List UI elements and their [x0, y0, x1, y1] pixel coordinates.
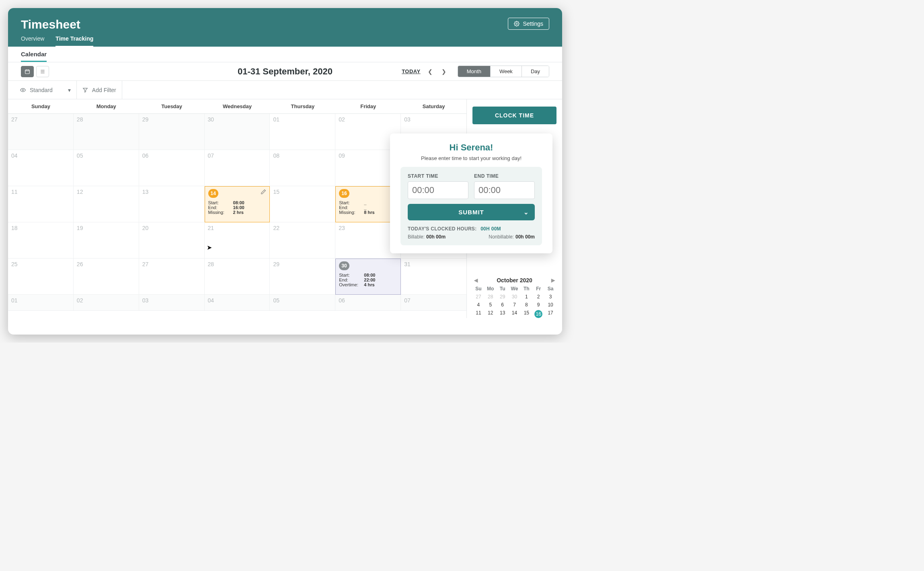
calendar-cell[interactable]: 25 [8, 259, 74, 295]
mini-day[interactable]: 5 [489, 302, 492, 308]
mini-day[interactable]: 13 [500, 310, 505, 316]
mini-day[interactable]: 8 [525, 302, 528, 308]
mini-day[interactable]: 6 [501, 302, 504, 308]
period-day-button[interactable]: Day [522, 66, 549, 77]
calendar-cell[interactable]: 06 [335, 295, 401, 311]
calendar-weekday-header: SundayMondayTuesdayWednesdayThursdayFrid… [8, 99, 466, 114]
end-time-input[interactable] [474, 181, 535, 199]
time-entry: Start:08:00End:16:00Missing:2 hrs [208, 200, 267, 215]
calendar-cell[interactable]: 30Start:08:00End:22:00Overtime:4 hrs [335, 259, 401, 295]
hours-breakdown: Billable:00h 00m Nonbillable:00h 00m [408, 234, 535, 240]
calendar-cell[interactable]: 01 [270, 114, 335, 150]
clock-time-button[interactable]: CLOCK TIME [472, 107, 556, 124]
mini-day[interactable]: 11 [476, 310, 481, 316]
calendar-cell[interactable]: 01 [8, 295, 74, 311]
mini-day[interactable]: 30 [512, 294, 517, 300]
mini-day[interactable]: 7 [513, 302, 516, 308]
add-filter-button[interactable]: Add Filter [77, 81, 122, 99]
calendar-cell[interactable]: 02 [74, 295, 139, 311]
calendar-cell[interactable]: 13 [139, 186, 205, 222]
calendar-cell[interactable]: 27 [139, 259, 205, 295]
mini-day[interactable]: 16 [534, 310, 542, 318]
day-number: 01 [273, 116, 279, 123]
prev-period-button[interactable]: ❮ [426, 67, 434, 76]
calendar-cell[interactable]: 18 [8, 222, 74, 259]
calendar-cell[interactable]: 08 [270, 150, 335, 186]
mini-day[interactable]: 28 [488, 294, 493, 300]
calendar-cell[interactable]: 05 [74, 150, 139, 186]
calendar-cell[interactable]: 29 [139, 114, 205, 150]
calendar-cell[interactable]: 28 [205, 259, 270, 295]
mini-day[interactable]: 1 [525, 294, 528, 300]
calendar-cell[interactable]: 11 [8, 186, 74, 222]
calendar-cell[interactable]: 07 [205, 150, 270, 186]
submit-time-button[interactable]: SUBMIT ⌄ [408, 204, 535, 220]
settings-button[interactable]: Settings [508, 18, 549, 30]
day-number: 05 [273, 297, 279, 304]
mini-day[interactable]: 3 [549, 294, 552, 300]
period-month-button[interactable]: Month [458, 66, 491, 77]
day-number: 11 [11, 189, 18, 195]
calendar-cell[interactable]: 28 [74, 114, 139, 150]
calendar-cell[interactable]: 21 [205, 222, 270, 259]
calendar-cell[interactable]: 04 [8, 150, 74, 186]
time-entry-card: START TIME END TIME SUBMIT ⌄ TODAY'S CLO… [400, 167, 542, 245]
start-time-input[interactable] [408, 181, 468, 199]
calendar-cell[interactable]: 20 [139, 222, 205, 259]
calendar-cell[interactable]: 30 [205, 114, 270, 150]
next-period-button[interactable]: ❯ [440, 67, 448, 76]
calendar-cell[interactable]: 03 [139, 295, 205, 311]
view-calendar-button[interactable] [21, 66, 34, 77]
date-range-label: 01-31 September, 2020 [238, 66, 333, 77]
mini-day[interactable]: 14 [512, 310, 517, 316]
weekday-label: Sunday [8, 99, 74, 113]
popover-greeting: Hi Serena! [400, 142, 542, 153]
mini-day[interactable]: 15 [524, 310, 529, 316]
mini-cal-prev[interactable]: ◀ [474, 277, 478, 283]
today-link[interactable]: TODAY [402, 68, 421, 74]
day-number: 27 [11, 116, 18, 123]
calendar-cell[interactable]: 04 [205, 295, 270, 311]
mini-cal-next[interactable]: ▶ [551, 277, 555, 283]
day-number: 29 [273, 261, 279, 267]
period-toggle: Month Week Day [458, 66, 549, 77]
mini-day[interactable]: 29 [500, 294, 505, 300]
day-number: 27 [142, 261, 149, 267]
day-number: 20 [142, 225, 149, 231]
mini-day[interactable]: 12 [488, 310, 493, 316]
calendar-cell[interactable]: 19 [74, 222, 139, 259]
edit-entry-icon[interactable] [261, 189, 266, 196]
mini-day[interactable]: 27 [476, 294, 481, 300]
mini-day[interactable]: 4 [477, 302, 480, 308]
svg-marker-9 [83, 88, 88, 92]
calendar-cell[interactable]: 26 [74, 259, 139, 295]
calendar-cell[interactable]: 07 [401, 295, 466, 311]
calendar-cell[interactable]: 22 [270, 222, 335, 259]
weekday-label: Wednesday [205, 99, 270, 113]
period-week-button[interactable]: Week [491, 66, 522, 77]
view-list-button[interactable] [36, 66, 49, 77]
weekday-label: Saturday [401, 99, 466, 113]
calendar-cell[interactable]: 15 [270, 186, 335, 222]
tab-overview[interactable]: Overview [21, 35, 44, 47]
mini-day[interactable]: 2 [537, 294, 540, 300]
calendar-cell[interactable]: 12 [74, 186, 139, 222]
calendar-cell[interactable]: 06 [139, 150, 205, 186]
calendar-cell[interactable]: 29 [270, 259, 335, 295]
calendar-cell[interactable]: 05 [270, 295, 335, 311]
subtab-calendar[interactable]: Calendar [21, 51, 47, 62]
calendar-cell[interactable]: 14Start:08:00End:16:00Missing:2 hrs [205, 186, 270, 222]
day-number: 04 [208, 297, 214, 304]
filter-preset[interactable]: Standard ▾ [16, 81, 77, 99]
mini-day[interactable]: 9 [537, 302, 540, 308]
day-number: 05 [77, 152, 83, 159]
day-number: 31 [404, 261, 411, 267]
mini-day[interactable]: 10 [548, 302, 553, 308]
calendar-cell[interactable]: 27 [8, 114, 74, 150]
mini-weekday: Su [472, 286, 485, 292]
mini-day[interactable]: 17 [548, 310, 553, 316]
day-number: 06 [142, 152, 149, 159]
calendar-cell[interactable]: 31 [401, 259, 466, 295]
day-number: 03 [142, 297, 149, 304]
tab-time-tracking[interactable]: Time Tracking [55, 35, 93, 47]
